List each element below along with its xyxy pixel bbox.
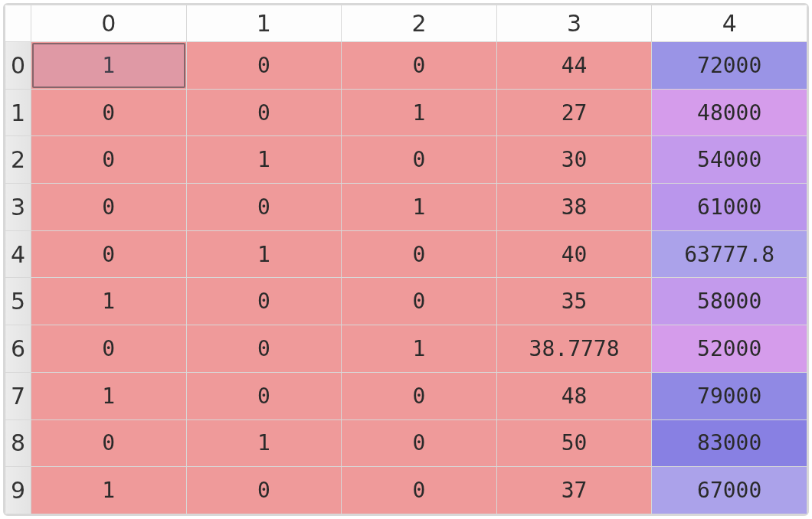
cell[interactable]: 0 <box>186 89 342 136</box>
cell[interactable]: 50 <box>496 419 652 467</box>
data-grid[interactable]: 0 1 2 3 4 0 1 0 0 44 72000 1 0 0 1 <box>3 3 809 516</box>
cell[interactable]: 1 <box>342 89 497 136</box>
row-index[interactable]: 7 <box>5 372 31 419</box>
table-row: 1 0 0 1 27 48000 <box>5 89 807 136</box>
cell[interactable]: 30 <box>496 136 652 184</box>
table-row: 9 1 0 0 37 67000 <box>5 467 807 514</box>
cell[interactable]: 72000 <box>652 42 807 90</box>
cell[interactable]: 61000 <box>652 184 807 231</box>
cell[interactable]: 0 <box>342 230 497 278</box>
data-table: 0 1 2 3 4 0 1 0 0 44 72000 1 0 0 1 <box>5 5 807 514</box>
cell[interactable]: 37 <box>496 467 652 514</box>
cell[interactable]: 0 <box>31 325 187 373</box>
cell[interactable]: 0 <box>342 136 497 184</box>
column-header[interactable]: 3 <box>496 5 652 42</box>
table-row: 5 1 0 0 35 58000 <box>5 278 807 325</box>
column-header[interactable]: 4 <box>652 5 807 42</box>
cell[interactable]: 0 <box>342 372 497 419</box>
cell[interactable]: 44 <box>496 42 652 90</box>
cell[interactable]: 0 <box>186 184 342 231</box>
table-row: 7 1 0 0 48 79000 <box>5 372 807 419</box>
cell[interactable]: 48 <box>496 372 652 419</box>
cell[interactable]: 0 <box>186 467 342 514</box>
cell[interactable]: 0 <box>31 89 187 136</box>
row-index[interactable]: 5 <box>5 278 31 325</box>
corner-cell <box>5 5 31 42</box>
cell[interactable]: 48000 <box>652 89 807 136</box>
cell[interactable]: 0 <box>186 325 342 373</box>
cell[interactable]: 1 <box>342 325 497 373</box>
cell[interactable]: 0 <box>342 419 497 467</box>
cell[interactable]: 79000 <box>652 372 807 419</box>
row-index[interactable]: 9 <box>5 467 31 514</box>
row-index[interactable]: 6 <box>5 325 31 373</box>
cell[interactable]: 0 <box>186 278 342 325</box>
cell[interactable]: 0 <box>186 372 342 419</box>
cell[interactable]: 27 <box>496 89 652 136</box>
table-row: 4 0 1 0 40 63777.8 <box>5 230 807 278</box>
cell[interactable]: 67000 <box>652 467 807 514</box>
cell[interactable]: 0 <box>31 230 187 278</box>
cell[interactable]: 40 <box>496 230 652 278</box>
cell[interactable]: 1 <box>186 136 342 184</box>
row-index[interactable]: 0 <box>5 42 31 90</box>
cell[interactable]: 1 <box>186 230 342 278</box>
row-index[interactable]: 2 <box>5 136 31 184</box>
table-row: 6 0 0 1 38.7778 52000 <box>5 325 807 373</box>
cell[interactable]: 0 <box>342 467 497 514</box>
cell[interactable]: 0 <box>31 136 187 184</box>
column-header[interactable]: 0 <box>31 5 187 42</box>
cell[interactable]: 54000 <box>652 136 807 184</box>
table-row: 0 1 0 0 44 72000 <box>5 42 807 90</box>
cell[interactable]: 0 <box>31 184 187 231</box>
cell[interactable]: 0 <box>342 278 497 325</box>
cell[interactable]: 0 <box>186 42 342 90</box>
header-row: 0 1 2 3 4 <box>5 5 807 42</box>
column-header[interactable]: 1 <box>186 5 342 42</box>
cell[interactable]: 1 <box>31 42 187 90</box>
cell[interactable]: 38.7778 <box>496 325 652 373</box>
cell[interactable]: 83000 <box>652 419 807 467</box>
table-row: 2 0 1 0 30 54000 <box>5 136 807 184</box>
cell[interactable]: 52000 <box>652 325 807 373</box>
cell[interactable]: 0 <box>342 42 497 90</box>
cell[interactable]: 1 <box>31 372 187 419</box>
cell[interactable]: 35 <box>496 278 652 325</box>
row-index[interactable]: 8 <box>5 419 31 467</box>
row-index[interactable]: 3 <box>5 184 31 231</box>
cell[interactable]: 1 <box>186 419 342 467</box>
cell[interactable]: 63777.8 <box>652 230 807 278</box>
table-body: 0 1 0 0 44 72000 1 0 0 1 27 48000 2 0 1 … <box>5 42 807 514</box>
row-index[interactable]: 1 <box>5 89 31 136</box>
cell[interactable]: 0 <box>31 419 187 467</box>
cell[interactable]: 1 <box>31 278 187 325</box>
cell[interactable]: 38 <box>496 184 652 231</box>
cell[interactable]: 58000 <box>652 278 807 325</box>
row-index[interactable]: 4 <box>5 230 31 278</box>
column-header[interactable]: 2 <box>342 5 497 42</box>
cell[interactable]: 1 <box>342 184 497 231</box>
cell[interactable]: 1 <box>31 467 187 514</box>
table-row: 8 0 1 0 50 83000 <box>5 419 807 467</box>
table-row: 3 0 0 1 38 61000 <box>5 184 807 231</box>
